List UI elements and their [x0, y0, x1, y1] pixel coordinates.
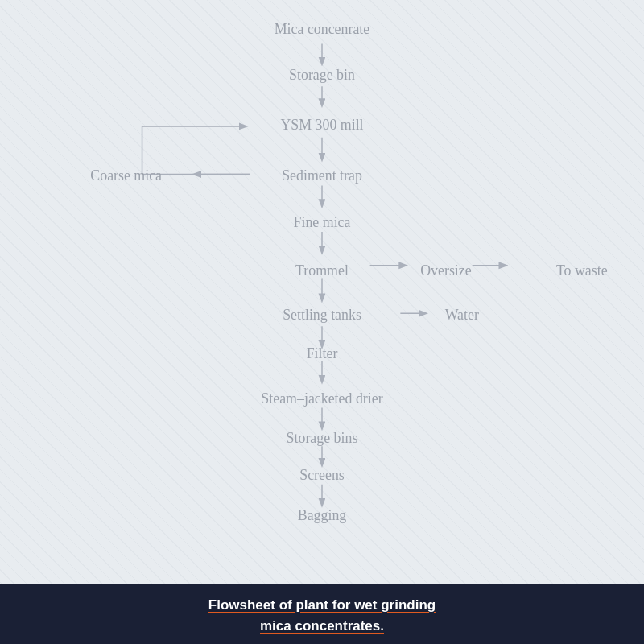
water-label: Water [445, 307, 479, 323]
trommel-label: Trommel [295, 262, 349, 279]
screens-label: Screens [299, 467, 345, 483]
to-waste-label: To waste [556, 262, 608, 279]
footer-line2: mica concentrates. [16, 616, 628, 637]
oversize-label: Oversize [420, 262, 472, 279]
footer: Flowsheet of plant for wet grinding mica… [0, 584, 644, 644]
storage-bin-label: Storage bin [289, 67, 355, 83]
mica-concentrate-label: Mica concenrate [275, 21, 370, 37]
coarse-mica-label: Coarse mica [90, 167, 162, 184]
fine-mica-label: Fine mica [294, 214, 351, 230]
bagging-label: Bagging [298, 507, 347, 523]
filter-label: Filter [307, 345, 338, 361]
ysm-mill-label: YSM 300 mill [280, 117, 363, 133]
footer-subtitle-underlined: mica concentrates. [260, 618, 384, 634]
steam-drier-label: Steam–jacketed drier [261, 390, 382, 407]
footer-line1: Flowsheet of plant for wet grinding [16, 595, 628, 616]
sediment-trap-label: Sediment trap [282, 167, 362, 184]
storage-bins-label: Storage bins [287, 430, 358, 446]
main-area: Mica concenrate Storage bin YSM 300 mill… [0, 0, 644, 584]
footer-title-underlined: Flowsheet of plant for wet grinding [208, 597, 436, 613]
settling-tanks-label: Settling tanks [283, 307, 361, 323]
